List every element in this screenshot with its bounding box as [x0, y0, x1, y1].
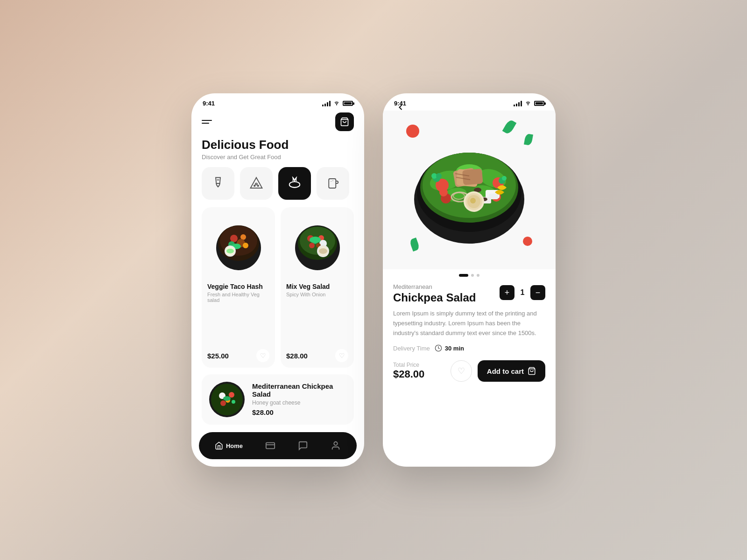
food-card-grid: Veggie Taco Hash Fresh and Healthy Veg s… [191, 207, 364, 374]
veggie-price: $25.00 [207, 352, 229, 360]
nav-home[interactable]: Home [208, 438, 249, 454]
product-bowl-svg [409, 129, 530, 251]
nav-profile[interactable] [324, 437, 347, 455]
category-drinks[interactable] [202, 167, 234, 200]
mixveg-footer: $28.00 ♡ [286, 349, 348, 362]
svg-rect-6 [329, 179, 336, 188]
quantity-control: + 1 − [500, 285, 545, 300]
product-name: Chickpea Salad [393, 291, 476, 304]
mixveg-desc: Spicy With Onion [286, 292, 348, 346]
svg-point-44 [528, 105, 529, 105]
veggie-name: Veggie Taco Hash [207, 283, 269, 290]
bottom-actions: ♡ Add to cart [451, 360, 545, 382]
svg-point-37 [229, 392, 234, 398]
add-to-cart-button[interactable]: Add to cart [478, 360, 545, 382]
status-icons-1 [322, 100, 353, 107]
back-button[interactable] [392, 99, 409, 116]
total-section: Total Price $28.00 [393, 362, 424, 380]
category-beer[interactable] [317, 167, 349, 200]
main-title: Delicious Food [202, 138, 354, 152]
qty-increase-button[interactable]: + [500, 285, 514, 300]
mediterranean-info: Mediterranean Chickpea Salad Honey goat … [252, 382, 347, 417]
svg-point-2 [255, 183, 257, 185]
phone-home: 9:41 [191, 93, 364, 467]
svg-rect-56 [462, 168, 483, 185]
svg-point-3 [254, 185, 255, 187]
svg-point-0 [336, 105, 337, 105]
nav-wallet[interactable] [259, 437, 282, 455]
signal-icon [322, 101, 331, 106]
status-icons-2 [514, 100, 544, 107]
bottom-navigation: Home [199, 432, 357, 459]
svg-point-33 [319, 248, 327, 254]
deco-tomato-2 [523, 237, 532, 246]
product-hero-image [383, 111, 556, 269]
delivery-info: Delivery Time 30 min [393, 344, 545, 352]
food-card-image-mixveg [286, 213, 348, 278]
category-pizza[interactable] [240, 167, 273, 200]
veggie-like-button[interactable]: ♡ [256, 349, 269, 362]
svg-point-30 [310, 237, 321, 243]
svg-point-39 [220, 400, 226, 406]
mediterranean-price: $28.00 [252, 408, 274, 416]
product-category: Mediterranean [393, 283, 476, 290]
delivery-time-value: 30 min [445, 345, 464, 352]
veggie-footer: $25.00 ♡ [207, 349, 269, 362]
mediterranean-name: Mediterranean Chickpea Salad [252, 382, 347, 398]
product-bottom-bar: Total Price $28.00 ♡ Add to cart [383, 360, 556, 391]
svg-point-63 [439, 188, 448, 196]
svg-point-77 [436, 173, 442, 179]
dot-1 [459, 274, 468, 277]
mixveg-name: Mix Veg Salad [286, 283, 348, 290]
main-subtitle: Discover and Get Great Food [202, 154, 354, 161]
mediterranean-image [208, 381, 246, 418]
cart-button[interactable] [335, 112, 354, 131]
nav-chat[interactable] [291, 437, 315, 455]
time-1: 9:41 [203, 100, 215, 107]
qty-number: 1 [519, 288, 526, 297]
food-card-mixveg[interactable]: Mix Veg Salad Spicy With Onion $28.00 ♡ [281, 207, 354, 368]
svg-point-20 [226, 249, 234, 253]
total-label: Total Price [393, 362, 424, 368]
category-salad[interactable] [278, 167, 311, 200]
home-title-section: Delicious Food Discover and Get Great Fo… [191, 136, 364, 167]
dot-3 [477, 274, 479, 277]
add-cart-label: Add to cart [487, 367, 524, 375]
veggie-desc: Fresh and Healthy Veg salad [207, 292, 269, 346]
signal-icon-2 [514, 101, 522, 106]
mixveg-price: $28.00 [286, 352, 308, 360]
mixveg-like-button[interactable]: ♡ [335, 349, 348, 362]
product-info-section: Mediterranean Chickpea Salad + 1 − Lorem… [383, 283, 556, 360]
svg-point-28 [309, 243, 315, 248]
nav-home-label: Home [226, 442, 243, 449]
svg-point-12 [230, 235, 238, 242]
total-price: $28.00 [393, 368, 424, 380]
svg-point-16 [243, 243, 248, 248]
delivery-time: 30 min [435, 344, 464, 352]
category-list [191, 167, 364, 207]
dot-2 [471, 274, 474, 277]
svg-point-40 [232, 400, 235, 404]
app-header [191, 111, 364, 136]
svg-point-41 [223, 396, 231, 401]
clock-icon [435, 344, 442, 352]
svg-point-74 [470, 198, 476, 203]
wishlist-button[interactable]: ♡ [451, 360, 472, 382]
wifi-icon [333, 100, 340, 107]
battery-icon-2 [534, 101, 544, 106]
product-description: Lorem Ipsum is simply dummy text of the … [393, 309, 545, 338]
svg-point-43 [334, 442, 337, 445]
cart-icon [528, 367, 536, 375]
food-card-mediterranean[interactable]: Mediterranean Chickpea Salad Honey goat … [202, 374, 354, 425]
phone-detail: 9:41 [383, 93, 556, 467]
food-card-veggie[interactable]: Veggie Taco Hash Fresh and Healthy Veg s… [202, 207, 275, 368]
product-header: Mediterranean Chickpea Salad + 1 − [393, 283, 545, 304]
menu-button[interactable] [202, 120, 212, 124]
battery-icon [343, 101, 353, 106]
wifi-icon-2 [524, 100, 532, 107]
status-bar-1: 9:41 [191, 93, 364, 111]
svg-point-79 [502, 176, 507, 181]
food-card-image-veggie [207, 213, 269, 278]
mediterranean-desc: Honey goat cheese [252, 399, 347, 406]
qty-decrease-button[interactable]: − [530, 285, 545, 300]
